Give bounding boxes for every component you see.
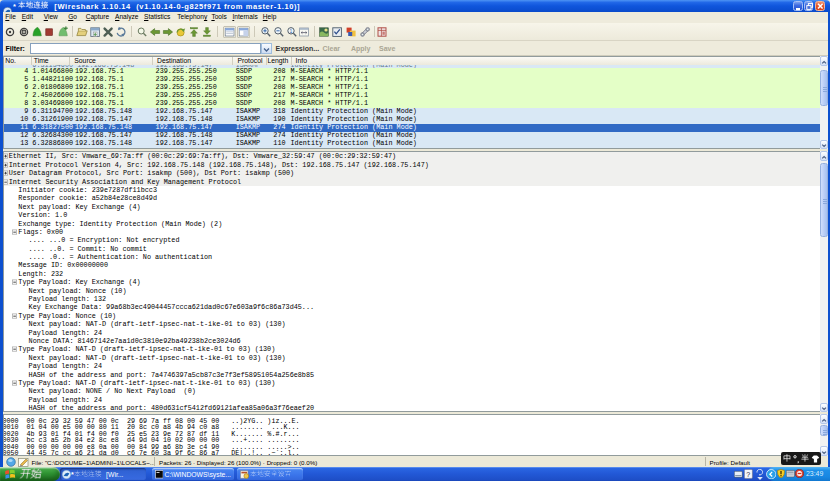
svg-text:?: ? — [746, 471, 750, 478]
svg-text:1: 1 — [290, 28, 293, 34]
